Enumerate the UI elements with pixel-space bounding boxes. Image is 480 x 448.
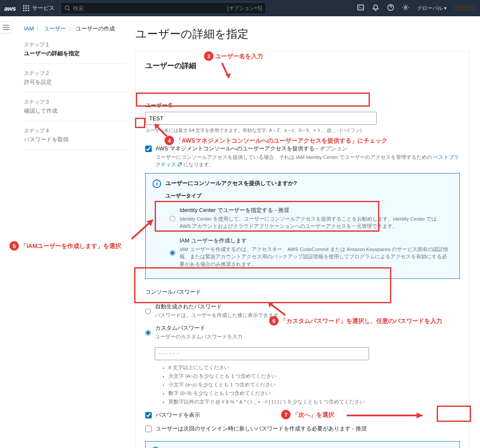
panel-heading: ユーザーの詳細 [145,61,196,71]
info-title: ユーザーにコンソールアクセスを提供していますか? [165,179,297,187]
must-reset-checkbox[interactable] [145,426,152,432]
username-label: ユーザー名 [145,102,460,109]
breadcrumb: IAM〉ユーザー〉ユーザーの作成 [24,25,127,33]
user-type-label: ユーザータイプ [165,192,453,200]
radio-iam-input[interactable] [170,238,175,268]
account-menu[interactable] [454,5,476,11]
console-access-checkbox[interactable] [145,146,152,152]
svg-rect-0 [23,5,24,6]
user-details-panel: ユーザーの詳細 ユーザー名 ユーザー名には最大 64 文字を使用できます。有効な… [135,51,470,448]
wizard-steps: IAM〉ユーザー〉ユーザーの作成 ステップ 1ユーザーの詳細を指定 ステップ 2… [24,21,127,448]
show-pwd-label: パスワードを表示 [156,411,460,419]
radio-identity-center[interactable]: Identity Center でユーザーを指定する - 推奨Identity … [165,203,453,234]
search-icon [64,5,70,11]
svg-line-10 [68,9,70,11]
user-type-info: iユーザーにコンソールアクセスを提供していますか? ユーザータイプ Identi… [145,173,460,279]
svg-point-13 [405,6,406,8]
show-password-checkbox[interactable] [145,412,152,418]
radio-idc-input[interactable] [170,207,175,230]
step-4[interactable]: ステップ 4パスワードを取得 [24,121,127,150]
annotation-box-console-chk [135,118,145,128]
info-icon: i [153,179,161,188]
external-link-icon [177,162,182,167]
must-reset-label: ユーザーは次回のサインイン時に新しいパスワードを作成する必要があります - 推奨 [156,425,460,433]
console-access-title: AWS マネジメントコンソールへのユーザーアクセスを提供する - オプション [156,145,460,152]
step-3[interactable]: ステップ 3確認して作成 [24,93,127,121]
step-2[interactable]: ステップ 2許可を設定 [24,64,127,93]
svg-rect-6 [23,10,24,11]
pwd-rules: 8 文字以上にしてください 大文字 (A~Z) を少なくとも 1 つ含めてくださ… [162,364,460,405]
svg-rect-3 [23,8,24,9]
page-title: ユーザーの詳細を指定 [135,27,470,42]
svg-rect-4 [25,8,27,9]
region-select[interactable]: グローバル ▾ [417,5,447,12]
settings-icon[interactable] [402,4,409,12]
access-key-info: i アクセスキー、または AWS CodeCommit や Amazon Key… [145,441,460,448]
username-hint: ユーザー名には最大 64 文字を使用できます。有効な文字: A～Z、a～z、0～… [145,127,460,134]
console-pwd-label: コンソールパスワード [145,288,460,296]
sidebar-toggle[interactable] [0,21,12,33]
svg-rect-7 [25,10,27,11]
svg-rect-2 [28,5,29,6]
search-input[interactable] [73,5,227,12]
crumb-current: ユーザーの作成 [76,25,115,32]
radio-custom-input[interactable] [145,325,151,340]
username-input[interactable] [145,112,377,125]
kbd-hint: [オプション+S] [227,5,262,12]
cloudshell-icon[interactable] [357,4,364,12]
notifications-icon[interactable] [372,4,379,12]
svg-point-9 [65,6,69,10]
help-icon[interactable] [387,4,394,12]
services-menu[interactable]: サービス [23,4,54,12]
password-input[interactable] [155,347,369,360]
radio-custom-pwd[interactable]: カスタムパスワードユーザーのカスタムパスワードを入力 [145,322,460,343]
services-label: サービス [32,4,54,12]
radio-iam-user[interactable]: IAM ユーザーを作成しますIAM ユーザーを作成するのは、アクセスキー、AWS… [165,233,453,272]
aws-logo[interactable]: aws [4,5,16,12]
crumb-iam[interactable]: IAM [24,25,34,32]
radio-auto-pwd[interactable]: 自動生成されたパスワードパスワードは、ユーザーを作成した後に表示できます。 [145,300,460,322]
radio-auto-input[interactable] [145,304,151,319]
crumb-users[interactable]: ユーザー [44,25,66,32]
svg-rect-8 [28,10,29,11]
search-box[interactable]: [オプション+S] [60,2,266,14]
step-1[interactable]: ステップ 1ユーザーの詳細を指定 [24,35,127,64]
console-access-desc: ユーザーにコンソールアクセスを提供している場合、それは IAM Identity… [156,154,460,169]
svg-rect-5 [28,8,29,9]
svg-rect-1 [25,5,27,6]
grid-icon [23,5,30,12]
